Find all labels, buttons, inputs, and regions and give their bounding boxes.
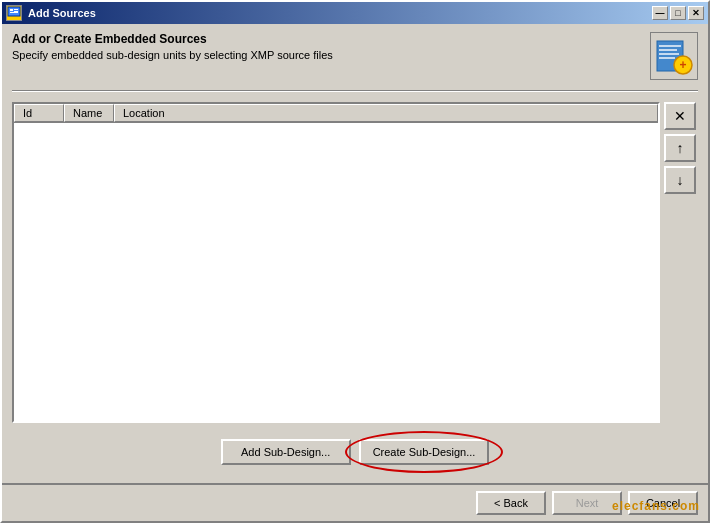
- minimize-button[interactable]: —: [652, 6, 668, 20]
- column-header-id[interactable]: Id: [14, 104, 64, 122]
- svg-text:+: +: [679, 58, 686, 72]
- side-buttons: ✕ ↑ ↓: [664, 102, 698, 194]
- svg-rect-8: [659, 53, 679, 55]
- title-bar: Add Sources — □ ✕: [2, 2, 708, 24]
- create-btn-wrapper: Create Sub-Design...: [359, 439, 490, 465]
- column-header-location[interactable]: Location: [114, 104, 658, 122]
- move-up-button[interactable]: ↑: [664, 134, 696, 162]
- create-sub-design-button[interactable]: Create Sub-Design...: [359, 439, 490, 465]
- svg-rect-9: [659, 57, 675, 59]
- svg-rect-1: [10, 9, 13, 11]
- bottom-buttons: Add Sub-Design... Create Sub-Design...: [12, 433, 698, 465]
- main-window: Add Sources — □ ✕ Add or Create Embedded…: [0, 0, 710, 523]
- maximize-button[interactable]: □: [670, 6, 686, 20]
- back-button[interactable]: < Back: [476, 491, 546, 515]
- add-sub-design-button[interactable]: Add Sub-Design...: [221, 439, 351, 465]
- svg-rect-7: [659, 49, 677, 51]
- window-icon: [6, 5, 22, 21]
- header-subtitle: Specify embedded sub-design units by sel…: [12, 49, 640, 61]
- header-text: Add or Create Embedded Sources Specify e…: [12, 32, 640, 61]
- svg-rect-6: [659, 45, 681, 47]
- header-section: Add or Create Embedded Sources Specify e…: [12, 32, 698, 80]
- delete-button[interactable]: ✕: [664, 102, 696, 130]
- svg-rect-4: [10, 12, 18, 13]
- title-buttons: — □ ✕: [652, 6, 704, 20]
- next-button[interactable]: Next: [552, 491, 622, 515]
- table-body: [14, 123, 658, 421]
- cancel-button[interactable]: Cancel: [628, 491, 698, 515]
- close-button[interactable]: ✕: [688, 6, 704, 20]
- header-icon: +: [650, 32, 698, 80]
- nav-buttons: < Back Next Cancel elecfans.com: [2, 483, 708, 521]
- svg-rect-2: [14, 9, 18, 10]
- move-down-button[interactable]: ↓: [664, 166, 696, 194]
- sources-table: Id Name Location: [12, 102, 660, 423]
- svg-rect-3: [14, 11, 18, 12]
- column-header-name[interactable]: Name: [64, 104, 114, 122]
- section-divider: [12, 90, 698, 92]
- title-bar-text: Add Sources: [6, 5, 96, 21]
- content-area: Add or Create Embedded Sources Specify e…: [2, 24, 708, 483]
- table-header: Id Name Location: [14, 104, 658, 123]
- table-with-buttons: Id Name Location ✕ ↑ ↓: [12, 102, 698, 423]
- header-title: Add or Create Embedded Sources: [12, 32, 640, 46]
